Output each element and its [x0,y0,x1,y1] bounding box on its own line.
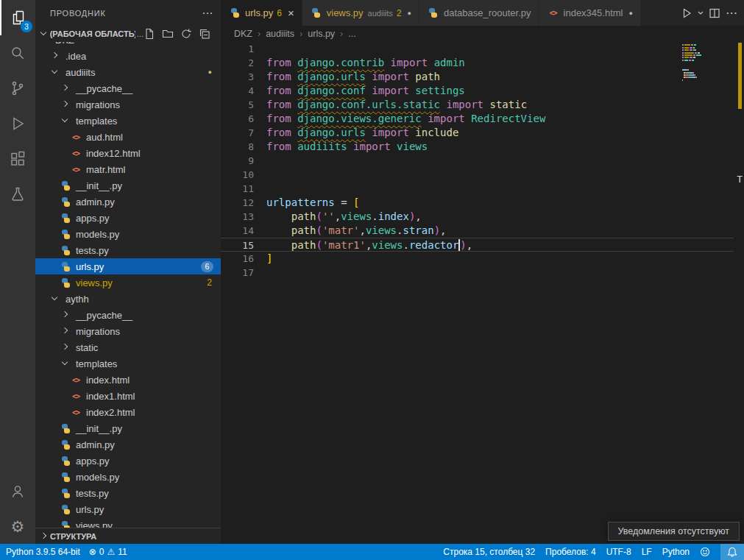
file-tree-inner: DKZ.ideaaudiiits●__pycache__migrationste… [35,42,221,528]
tree-item[interactable]: __pycache__ [35,307,221,323]
breadcrumb-item[interactable]: DKZ [234,29,252,39]
tree-item[interactable]: migrations [35,96,221,113]
code-line: 8from audiiits import views [221,140,734,154]
new-file-icon[interactable] [144,28,155,40]
tree-item[interactable]: templates [35,355,221,372]
token [384,57,390,68]
breadcrumb-item[interactable]: audiiits [266,29,294,39]
tree-item-label: admin.py [76,196,115,208]
line-number: 14 [221,224,266,238]
tree-item[interactable]: __pycache__ [35,80,221,96]
line-number: 1 [221,42,266,56]
code-line: 1 [221,42,734,56]
tree-item[interactable]: <>index12.html [35,145,221,161]
code-content: path('',views.index), [266,210,734,224]
tree-item[interactable]: admin.py [35,436,221,453]
python-file-icon [59,278,72,288]
notification-toast[interactable]: Уведомления отсутствуют [608,522,740,541]
tree-item[interactable]: urls.py [35,501,221,517]
tree-item-label: migrations [76,326,120,337]
python-file-icon [228,8,241,18]
warning-count: 11 [118,547,127,557]
tab-index345.html[interactable]: <>index345.html● [539,0,640,26]
minimap-line [682,47,734,49]
encoding[interactable]: UTF-8 [606,547,631,557]
tab-problems-badge: 2 [397,8,402,18]
status-bar-right: Строка 15, столбец 32 Пробелов: 4 UTF-8 … [443,544,744,560]
activity-testing[interactable] [0,177,35,212]
tree-item[interactable]: tests.py [35,242,221,258]
tree-item[interactable]: <>index2.html [35,404,221,420]
python-interpreter[interactable]: Python 3.9.5 64-bit [6,547,80,557]
tree-item[interactable]: tests.py [35,485,221,501]
tree-item[interactable]: <>matr.html [35,161,221,177]
tab-views.py[interactable]: views.pyaudiiits2● [302,0,419,26]
close-icon[interactable]: × [288,7,294,18]
code-line: 10 [221,168,734,182]
tree-item[interactable]: __init__.py [35,177,221,194]
eol-sequence[interactable]: LF [642,547,652,557]
tree-item[interactable]: <>index.html [35,372,221,388]
tab-urls.py[interactable]: urls.py6× [221,0,302,26]
python-file-icon [59,181,72,191]
feedback-button[interactable] [700,547,710,557]
tree-item[interactable]: views.py2 [35,274,221,291]
tree-item[interactable]: admin.py [35,194,221,210]
outline-section-header[interactable]: СТРУКТУРА [35,528,221,544]
tree-item[interactable]: migrations [35,323,221,339]
code-content: from django.urls import include [266,126,734,140]
tree-item[interactable]: audiiits● [35,64,221,80]
tree-item[interactable]: __init__.py [35,420,221,436]
activity-explorer[interactable]: 3 [0,0,35,35]
activity-account[interactable] [0,473,35,508]
tree-item[interactable]: <>aud.html [35,129,221,145]
tree-item[interactable]: aythh [35,291,221,307]
language-mode[interactable]: Python [662,547,690,557]
tree-item[interactable]: .idea [35,48,221,64]
breadcrumb-item[interactable]: ... [348,29,355,39]
tree-item[interactable]: static [35,339,221,355]
code-area[interactable]: 12from django.contrib import admin3from … [221,42,734,544]
notifications-button[interactable] [720,544,744,560]
tree-item-label: tests.py [76,488,109,499]
tab-label: database_roouter.py [444,7,531,18]
activity-settings[interactable]: ⚙ [0,508,35,544]
activity-extensions[interactable] [0,141,35,177]
refresh-icon[interactable] [180,28,192,40]
warning-icon: ⚠ [107,547,115,557]
token: 'matr' [322,224,360,236]
indentation[interactable]: Пробелов: 4 [545,547,596,557]
split-editor-icon[interactable] [709,7,720,19]
tree-item[interactable]: <>index1.html [35,388,221,404]
python-file-icon [59,505,72,514]
breadcrumb-separator: › [340,29,343,39]
tree-item[interactable]: apps.py [35,210,221,226]
workspace-actions [144,28,218,40]
tree-item[interactable]: models.py [35,226,221,242]
minimap[interactable] [682,42,734,85]
run-dropdown-chevron-icon[interactable] [698,11,704,15]
breadcrumb-item[interactable]: urls.py [308,29,335,39]
tree-item[interactable]: templates [35,113,221,129]
tree-item[interactable]: apps.py [35,453,221,469]
chevron-right-icon [59,341,72,353]
tree-item-label: __pycache__ [76,310,132,321]
workspace-header[interactable]: (РАБОЧАЯ ОБЛАСТЬ) ... [35,26,221,42]
tab-database_roouter.py[interactable]: database_roouter.py [419,0,539,26]
tree-item[interactable]: urls.py6 [35,258,221,274]
tree-item[interactable]: DKZ [35,42,221,48]
more-actions-icon[interactable]: ⋯ [726,6,738,20]
sidebar-more-actions-icon[interactable]: ⋯ [202,7,213,20]
cursor-position[interactable]: Строка 15, столбец 32 [443,547,535,557]
new-folder-icon[interactable] [162,28,174,40]
activity-run-debug[interactable] [0,106,35,141]
collapse-all-icon[interactable] [199,28,210,40]
explorer-badge: 3 [21,21,32,32]
activity-search[interactable] [0,35,35,71]
tree-item[interactable]: views.py [35,517,221,528]
code-line: 15 path('matr1',views.redactor), [221,238,734,252]
activity-source-control[interactable] [0,71,35,106]
tree-item[interactable]: models.py [35,469,221,485]
problems-indicator[interactable]: ⊗ 0 ⚠ 11 [89,547,127,557]
run-file-icon[interactable] [681,7,692,19]
